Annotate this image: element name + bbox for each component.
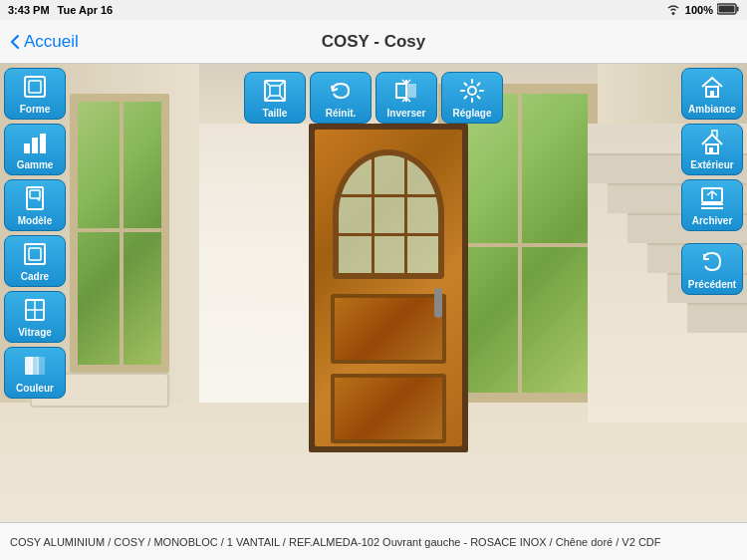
ambiance-label: Ambiance: [688, 104, 736, 115]
svg-rect-13: [29, 248, 41, 260]
battery-icon: [717, 3, 739, 17]
reglage-label: Réglage: [453, 108, 492, 119]
svg-rect-5: [29, 81, 41, 93]
svg-point-34: [468, 87, 476, 95]
color-icon: [21, 352, 49, 380]
exterieur-label: Extérieur: [690, 159, 733, 170]
couleur-label: Couleur: [16, 383, 54, 394]
door-icon: [21, 184, 49, 212]
window-left: [70, 94, 169, 373]
refresh-icon: [327, 77, 355, 105]
gamme-label: Gamme: [17, 159, 54, 170]
svg-rect-6: [24, 143, 30, 153]
settings-icon: [458, 77, 486, 105]
status-day: Tue Apr 16: [58, 4, 114, 16]
shape-icon: [21, 73, 49, 101]
precedent-button[interactable]: Précédent: [681, 243, 743, 295]
left-sidebar: Forme Gamme Modèle: [0, 64, 70, 403]
svg-point-0: [671, 12, 674, 15]
taille-label: Taille: [263, 108, 288, 119]
svg-rect-23: [709, 147, 713, 153]
nav-bar: Accueil COSY - Cosy: [0, 20, 747, 64]
door-handle: [434, 288, 442, 318]
couleur-button[interactable]: Couleur: [4, 347, 66, 399]
flip-icon: [392, 77, 420, 105]
ambiance-button[interactable]: Ambiance: [681, 68, 743, 120]
nav-title: COSY - Cosy: [322, 32, 426, 52]
svg-rect-7: [32, 138, 38, 153]
gamme-button[interactable]: Gamme: [4, 124, 66, 175]
center-toolbar: Taille Réinit.: [244, 72, 503, 124]
svg-rect-10: [30, 190, 40, 198]
svg-rect-19: [37, 357, 45, 375]
svg-rect-3: [719, 6, 735, 13]
home-icon: [698, 73, 726, 101]
vitrage-label: Vitrage: [18, 327, 52, 338]
archive-icon: [698, 184, 726, 212]
door-window: [333, 149, 444, 279]
wifi-icon: [665, 3, 681, 17]
status-time: 3:43 PM: [8, 4, 50, 16]
chart-icon: [21, 129, 49, 156]
status-bar: 3:43 PM Tue Apr 16 100%: [0, 0, 747, 20]
inverser-button[interactable]: Inverser: [375, 72, 437, 124]
forme-button[interactable]: Forme: [4, 68, 66, 120]
door-panel-lower: [331, 294, 446, 364]
cadre-label: Cadre: [21, 271, 49, 282]
precedent-label: Précédent: [688, 279, 736, 290]
reglage-button[interactable]: Réglage: [441, 72, 503, 124]
svg-rect-21: [710, 91, 714, 97]
reinit-label: Réinit.: [326, 108, 357, 119]
door-panel-bottom: [331, 374, 446, 443]
glass-icon: [21, 296, 49, 324]
frame-icon: [21, 240, 49, 268]
inverser-label: Inverser: [387, 108, 426, 119]
exterior-icon: [698, 129, 726, 156]
resize-icon: [261, 77, 289, 105]
nav-back-button[interactable]: Accueil: [10, 32, 79, 52]
taille-button[interactable]: Taille: [244, 72, 306, 124]
svg-rect-4: [25, 77, 45, 97]
main-area: Forme Gamme Modèle: [0, 64, 747, 560]
modele-label: Modèle: [18, 215, 52, 226]
reinit-button[interactable]: Réinit.: [310, 72, 372, 124]
nav-back-label: Accueil: [24, 32, 79, 52]
modele-button[interactable]: Modèle: [4, 179, 66, 231]
right-sidebar: Ambiance Extérieur: [677, 64, 747, 299]
bottom-status-text: COSY ALUMINIUM / COSY / MONOBLOC / 1 VAN…: [10, 536, 661, 548]
svg-point-11: [38, 198, 41, 201]
undo-icon: [698, 248, 726, 276]
forme-label: Forme: [20, 104, 51, 115]
archiver-label: Archiver: [692, 215, 733, 226]
door: [309, 124, 468, 452]
cadre-button[interactable]: Cadre: [4, 235, 66, 287]
svg-rect-2: [737, 7, 739, 12]
bottom-bar: COSY ALUMINIUM / COSY / MONOBLOC / 1 VAN…: [0, 522, 747, 560]
svg-rect-12: [25, 244, 45, 264]
room-background: [0, 64, 747, 522]
battery-text: 100%: [685, 4, 713, 16]
archiver-button[interactable]: Archiver: [681, 179, 743, 231]
svg-rect-8: [40, 134, 46, 153]
vitrage-button[interactable]: Vitrage: [4, 291, 66, 343]
exterieur-button[interactable]: Extérieur: [681, 124, 743, 175]
